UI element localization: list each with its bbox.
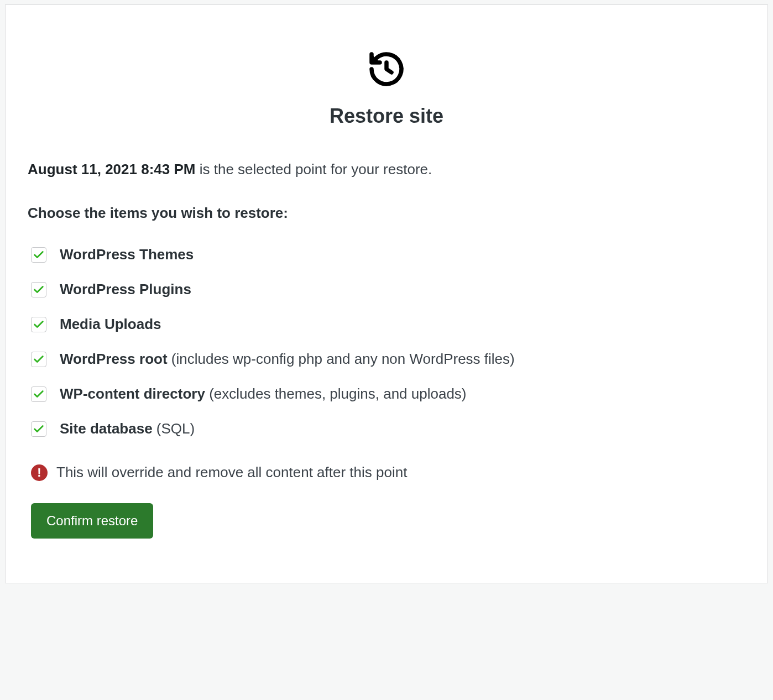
restore-item-plugins: WordPress Plugins: [28, 272, 745, 307]
page-title: Restore site: [28, 105, 745, 128]
restore-item-themes: WordPress Themes: [28, 237, 745, 272]
checkbox-wp-content[interactable]: [31, 386, 46, 402]
card-header: Restore site: [28, 49, 745, 128]
restore-item-uploads: Media Uploads: [28, 307, 745, 342]
restore-item-root: WordPress root (includes wp-config php a…: [28, 342, 745, 377]
checkbox-root[interactable]: [31, 352, 46, 367]
restore-point-text: August 11, 2021 8:43 PM is the selected …: [28, 161, 745, 178]
history-icon: [367, 81, 406, 91]
restore-item-label: WordPress root (includes wp-config php a…: [60, 351, 515, 368]
checkbox-plugins[interactable]: [31, 282, 46, 297]
restore-item-label: WordPress Plugins: [60, 281, 191, 298]
checkbox-themes[interactable]: [31, 247, 46, 263]
warning-row: ! This will override and remove all cont…: [28, 462, 745, 483]
restore-site-card: Restore site August 11, 2021 8:43 PM is …: [5, 4, 768, 583]
restore-point-suffix: is the selected point for your restore.: [195, 161, 432, 177]
restore-item-label: Site database (SQL): [60, 420, 195, 437]
restore-items-list: WordPress Themes WordPress Plugins Media…: [28, 237, 745, 446]
restore-item-wp-content: WP-content directory (excludes themes, p…: [28, 377, 745, 411]
checkbox-database[interactable]: [31, 421, 46, 437]
warning-icon: !: [31, 464, 48, 481]
restore-item-label: WordPress Themes: [60, 246, 194, 263]
restore-point-timestamp: August 11, 2021 8:43 PM: [28, 161, 195, 177]
confirm-restore-button[interactable]: Confirm restore: [31, 503, 153, 539]
choose-items-label: Choose the items you wish to restore:: [28, 205, 745, 222]
restore-item-label: Media Uploads: [60, 316, 161, 333]
restore-item-label: WP-content directory (excludes themes, p…: [60, 385, 467, 403]
restore-item-database: Site database (SQL): [28, 411, 745, 446]
warning-text: This will override and remove all conten…: [56, 464, 407, 481]
checkbox-uploads[interactable]: [31, 317, 46, 332]
